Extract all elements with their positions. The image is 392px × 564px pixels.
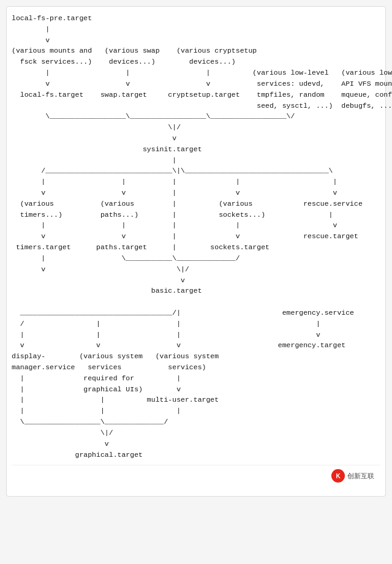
page-container: local-fs-pre.target | v (various mounts … xyxy=(6,6,386,497)
footer-logo: K 创新互联 xyxy=(331,469,374,483)
logo-letter: K xyxy=(336,473,340,479)
logo-icon: K xyxy=(331,469,345,483)
diagram-content: local-fs-pre.target | v (various mounts … xyxy=(12,13,380,460)
logo-text: 创新互联 xyxy=(347,472,374,481)
footer: K 创新互联 xyxy=(12,465,380,484)
